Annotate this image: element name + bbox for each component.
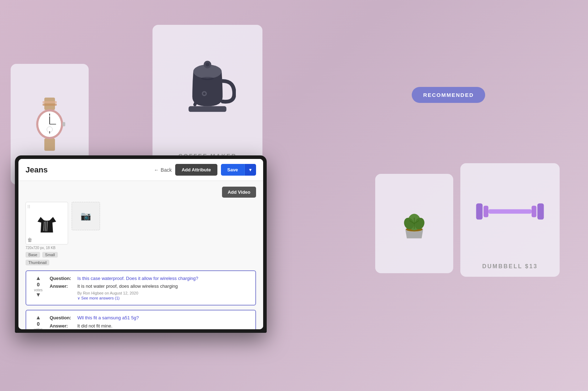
- question-text-2: Wll this fit a samsung a51 5g?: [77, 315, 139, 321]
- svg-rect-31: [537, 203, 544, 219]
- svg-rect-30: [532, 206, 537, 217]
- save-dropdown-button[interactable]: ▼: [244, 164, 256, 176]
- answer-text-2: It did not fit mine.: [77, 323, 112, 329]
- image-tag-thumbnail: Thumbnail: [26, 260, 49, 265]
- dumbbell-product-card: DUMBBELL $13: [460, 163, 560, 277]
- qa-content-1: Question: Is this case waterproof. Does …: [50, 275, 250, 301]
- vote-column-1: ▲ 0 votes ▼: [31, 275, 45, 301]
- qa-card-1: ▲ 0 votes ▼ Question: Is this case water…: [26, 270, 256, 305]
- laptop-device: Jeans ← Back Add Attribute Save ▼ Add Vi…: [15, 155, 267, 333]
- svg-rect-11: [43, 104, 57, 106]
- answer-meta-1: By Ron Higbee on August 12, 2020: [77, 291, 250, 295]
- back-link[interactable]: ← Back: [154, 167, 172, 173]
- image-size-label: 720x720 px, 18 KB: [26, 246, 68, 250]
- watch-icon: [32, 96, 67, 153]
- tshirt-icon: [34, 211, 59, 236]
- vote-column-2: ▲ 0 votes ▼: [31, 315, 45, 329]
- save-button[interactable]: Save: [221, 164, 244, 176]
- svg-rect-10: [43, 101, 57, 103]
- product-images-row: ⁝⁝ 🗑 720x720 px, 18 KB Base: [26, 202, 256, 265]
- back-label: Back: [161, 167, 172, 173]
- upvote-button-1[interactable]: ▲: [35, 275, 41, 281]
- dumbbell-icon: [475, 197, 545, 226]
- answer-row-2: Answer: It did not fit mine.: [50, 323, 250, 329]
- product-image-placeholder: 📷: [72, 202, 100, 230]
- product-image-card: ⁝⁝ 🗑: [26, 202, 68, 244]
- question-text-1: Is this case waterproof. Does it allow f…: [77, 275, 198, 282]
- plant-product-card: [375, 174, 453, 273]
- answer-text-1: It is not water proof, does allow wirele…: [77, 283, 178, 290]
- svg-rect-27: [476, 203, 483, 219]
- svg-rect-12: [189, 106, 227, 112]
- image-placeholder-icon: 📷: [81, 211, 91, 221]
- add-video-button[interactable]: Add Video: [222, 187, 256, 198]
- upvote-button-2[interactable]: ▲: [35, 315, 41, 320]
- screen-header: Jeans ← Back Add Attribute Save ▼: [18, 159, 263, 181]
- vote-count-1: 0: [37, 282, 40, 287]
- save-button-group: Save ▼: [221, 164, 256, 176]
- qa-content-2: Question: Wll this fit a samsung a51 5g?…: [50, 315, 250, 329]
- add-attribute-button[interactable]: Add Attribute: [175, 164, 217, 176]
- coffee-maker-icon: [179, 52, 236, 123]
- plant-icon: [396, 206, 432, 241]
- dumbbell-label: DUMBBELL $13: [482, 263, 538, 270]
- answer-row-1: Answer: It is not water proof, does allo…: [50, 283, 250, 290]
- answer-label-2: Answer:: [50, 323, 74, 329]
- header-actions: ← Back Add Attribute Save ▼: [154, 164, 256, 176]
- svg-rect-1: [44, 138, 55, 151]
- image-tags-row: Base Small: [26, 252, 68, 258]
- laptop-screen: Jeans ← Back Add Attribute Save ▼ Add Vi…: [18, 159, 263, 329]
- see-more-answers-1[interactable]: ∨ See more answers (1): [77, 296, 250, 301]
- svg-rect-28: [483, 206, 488, 217]
- vote-count-2: 0: [37, 321, 40, 327]
- back-arrow-icon: ←: [154, 167, 159, 173]
- screen-content[interactable]: Add Video ⁝⁝: [18, 181, 263, 329]
- svg-point-15: [206, 63, 210, 67]
- image-tag-base: Base: [26, 252, 40, 258]
- recommended-badge: RECOMMENDED: [412, 87, 485, 103]
- delete-image-icon[interactable]: 🗑: [27, 237, 32, 243]
- coffee-maker-product-card: COFFEE MAKER: [152, 25, 262, 167]
- add-video-row: Add Video: [26, 187, 256, 198]
- question-label-2: Question:: [50, 315, 74, 321]
- svg-point-16: [201, 77, 214, 80]
- image-tag-small: Small: [42, 252, 58, 258]
- svg-point-18: [203, 92, 206, 95]
- page-title: Jeans: [26, 165, 48, 175]
- question-row-2: Question: Wll this fit a samsung a51 5g?: [50, 315, 250, 321]
- qa-card-2: ▲ 0 votes ▼ Question: Wll this fit a sam…: [26, 310, 256, 329]
- question-row-1: Question: Is this case waterproof. Does …: [50, 275, 250, 282]
- svg-rect-29: [488, 209, 532, 214]
- vote-label-2: votes: [34, 327, 43, 329]
- downvote-button-1[interactable]: ▼: [35, 292, 41, 298]
- answer-label-1: Answer:: [50, 283, 74, 290]
- drag-handle-icon: ⁝⁝: [27, 204, 30, 209]
- svg-rect-4: [62, 122, 65, 126]
- question-label-1: Question:: [50, 275, 74, 282]
